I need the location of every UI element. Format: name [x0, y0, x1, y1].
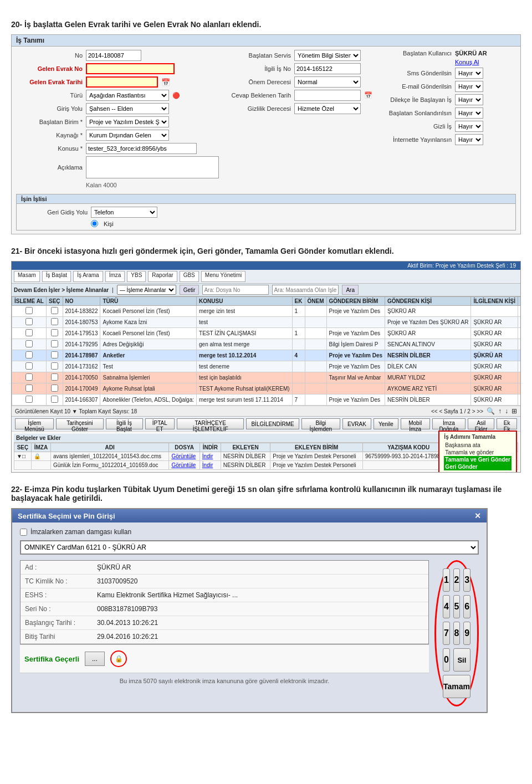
- ilgili-is-no-input[interactable]: [294, 63, 361, 74]
- popup-item-4[interactable]: Geri Gönder: [444, 463, 511, 470]
- table-row[interactable]: 2014-178987 Anketler merge test 10.12.20…: [12, 350, 521, 361]
- table-row[interactable]: 2014-170050 Satınalma İşlemleri test içi…: [12, 372, 521, 383]
- search-icon[interactable]: 🔍: [487, 407, 495, 415]
- imza-dogrula-btn[interactable]: İmza Doğrula: [432, 418, 466, 429]
- ybs-menu[interactable]: YBS: [127, 271, 146, 282]
- table-row[interactable]: 2014-166307 Abonelikler (Telefon, ADSL, …: [12, 394, 521, 406]
- dots-btn[interactable]: ...: [85, 652, 105, 666]
- bilgi-islemden-btn[interactable]: Bilgi İşlemden: [301, 418, 340, 429]
- kisi-radio[interactable]: [91, 220, 98, 227]
- evrak-btn[interactable]: EVRAK: [342, 418, 371, 429]
- numpad-sil-btn[interactable]: Sil: [453, 648, 470, 672]
- tamam-btn[interactable]: Tamam: [443, 675, 470, 698]
- numpad-digit-btn[interactable]: 4: [443, 595, 450, 618]
- is-arama-menu[interactable]: İş Arama: [73, 271, 103, 282]
- sec-cell[interactable]: [46, 372, 63, 383]
- sec-cell[interactable]: [46, 361, 63, 372]
- aciklama-textarea[interactable]: [86, 156, 219, 178]
- isleme-al-cell[interactable]: [12, 383, 47, 394]
- konuaf-link[interactable]: Konuş Al: [455, 59, 479, 65]
- islem-menusu-btn[interactable]: İşlem Menüsü: [15, 418, 54, 429]
- numpad-digit-btn[interactable]: 3: [463, 568, 470, 592]
- sec-cell[interactable]: [46, 328, 63, 339]
- cevap-beklenen-input[interactable]: [294, 90, 361, 101]
- imza-menu[interactable]: İmza: [105, 271, 125, 282]
- isleme-al-cell[interactable]: [12, 394, 47, 406]
- popup-item-3[interactable]: Tamamla ve Geri Gönder: [444, 456, 511, 463]
- sms-select[interactable]: Hayır: [455, 68, 483, 79]
- onem-derecesi-select[interactable]: Normal: [294, 76, 361, 88]
- table-row[interactable]: 2014-170049 Aykome Ruhsat İptali TEST Ay…: [12, 383, 521, 394]
- isleme-al-cell[interactable]: [12, 306, 47, 317]
- numpad-digit-btn[interactable]: 7: [443, 622, 450, 645]
- ara-masaomda-input[interactable]: [272, 285, 339, 295]
- masam-menu[interactable]: Masam: [14, 271, 40, 282]
- no-input[interactable]: [86, 50, 141, 61]
- zaman-damgasi-checkbox[interactable]: [20, 529, 27, 536]
- menu-yonetimi[interactable]: Menu Yönetimi: [201, 271, 246, 282]
- numpad-zero-btn[interactable]: 0: [443, 648, 450, 672]
- isleme-al-cell[interactable]: [12, 372, 47, 383]
- nav-icon-1[interactable]: ↑: [498, 407, 502, 415]
- tarihce-goster-btn[interactable]: Tarihçesini Göster: [56, 418, 103, 429]
- fdosya-cell[interactable]: Görüntüle: [169, 461, 200, 470]
- ilgili-is-baslat-btn[interactable]: İlgili İş Başlat: [106, 418, 143, 429]
- turu-icon[interactable]: 🔴: [172, 92, 180, 99]
- calendar-icon[interactable]: 📅: [161, 78, 170, 86]
- numpad-digit-btn[interactable]: 2: [453, 568, 461, 592]
- bilgilendirme-btn[interactable]: BİLGİLENDİRME: [246, 418, 299, 429]
- sec-cell[interactable]: [46, 339, 63, 350]
- raporlar-menu[interactable]: Raporlar: [148, 271, 177, 282]
- geri-giris-select[interactable]: Telefon: [91, 207, 157, 218]
- gelen-evrak-tarihi-input[interactable]: [86, 76, 158, 88]
- baslatan-son-select[interactable]: Hayır: [455, 107, 483, 119]
- iptal-et-btn[interactable]: İPTAL ET: [145, 418, 175, 429]
- durum-select[interactable]: — İşleme Alınanlar: [117, 285, 176, 295]
- dialog-close-icon[interactable]: ✕: [474, 511, 481, 520]
- gbs-menu[interactable]: GBS: [180, 271, 199, 282]
- kaynagi-select[interactable]: Kurum Dışından Gelen: [86, 130, 169, 141]
- numpad-digit-btn[interactable]: 9: [463, 622, 470, 645]
- popup-item-1[interactable]: Başkasına ata: [444, 442, 511, 449]
- isleme-al-cell[interactable]: [12, 361, 47, 372]
- internette-select[interactable]: Hayır: [455, 134, 483, 145]
- isleme-al-cell[interactable]: [12, 328, 47, 339]
- sec-cell[interactable]: [46, 383, 63, 394]
- table-row[interactable]: 2014-180753 Aykome Kaza İzni test Proje …: [12, 317, 521, 328]
- baslatan-birim-select[interactable]: Proje ve Yazılım Destek Şefi: [86, 116, 169, 127]
- dilekce-select[interactable]: Hayır: [455, 94, 483, 105]
- ek-ekler-btn[interactable]: Ek Ek: [497, 418, 517, 429]
- findir-cell[interactable]: İndir: [200, 452, 221, 461]
- turu-select[interactable]: Aşağıdan Rastlantısı: [86, 90, 169, 101]
- table-row[interactable]: 2014-173162 Test test deneme Proje ve Ya…: [12, 361, 521, 372]
- baslatan-sevis-select[interactable]: Yönetim Bilgi Sistemi: [294, 50, 361, 61]
- popup-item-2[interactable]: Tamamla ve gönder: [444, 449, 511, 456]
- email-select[interactable]: Hayır: [455, 81, 483, 92]
- sec-cell[interactable]: [46, 350, 63, 361]
- isleme-al-cell[interactable]: [12, 339, 47, 350]
- fsec-cell[interactable]: [14, 461, 32, 470]
- fsec-cell[interactable]: ▼□: [14, 452, 32, 461]
- numpad-digit-btn[interactable]: 1: [443, 568, 450, 592]
- sec-cell[interactable]: [46, 306, 63, 317]
- isleme-al-cell[interactable]: [12, 350, 47, 361]
- findir-cell[interactable]: İndir: [200, 461, 221, 470]
- tarihceye-btn[interactable]: TARİHÇEYE İŞLEMTEKLİF: [177, 418, 244, 429]
- table-row[interactable]: 2014-179295 Adres Değişikliği gen alma t…: [12, 339, 521, 350]
- calendar-icon-2[interactable]: 📅: [364, 91, 372, 99]
- is-baslat-menu[interactable]: İş Başlat: [42, 271, 71, 282]
- asil-ekler-btn[interactable]: Asil Ekler: [468, 418, 494, 429]
- mobil-imza-btn[interactable]: Mobil İmza: [401, 418, 430, 429]
- isleme-al-cell[interactable]: [12, 317, 47, 328]
- giris-yolu-select[interactable]: Şahsen -- Elden: [86, 103, 169, 114]
- getir-btn[interactable]: Getir: [180, 285, 200, 295]
- gizlilik-select[interactable]: Hizmete Özel: [294, 103, 361, 114]
- numpad-digit-btn[interactable]: 8: [453, 622, 461, 645]
- table-row[interactable]: 2014-179513 Kocaeli Personel İzin (Test)…: [12, 328, 521, 339]
- gizli-is-select[interactable]: Hayır: [455, 121, 483, 132]
- table-row[interactable]: 2014-183822 Kocaeli Personel İzin (Test)…: [12, 306, 521, 317]
- ara-btn[interactable]: Ara: [342, 285, 359, 295]
- cert-dropdown[interactable]: OMNIKEY CardMan 6121 0 - ŞÜKRÜ AR: [20, 540, 479, 555]
- yenile-btn[interactable]: Yenile: [374, 418, 398, 429]
- nav-icon-3[interactable]: ⊞: [511, 407, 517, 415]
